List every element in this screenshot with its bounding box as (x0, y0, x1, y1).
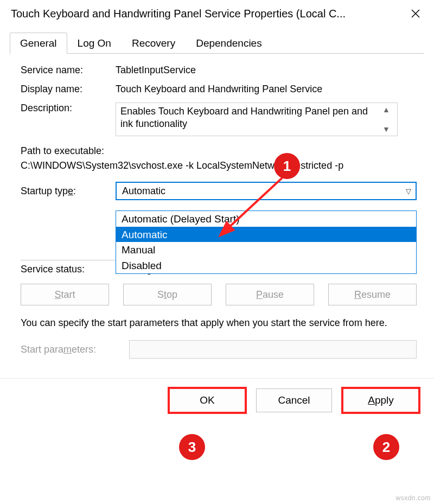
pause-button[interactable]: Pause (226, 284, 314, 305)
tab-general[interactable]: General (10, 33, 67, 54)
startup-type-selected: Automatic (122, 186, 165, 197)
general-panel: Service name: TabletInputService Display… (0, 54, 434, 364)
start-parameters-input[interactable] (129, 340, 417, 359)
annotation-badge-2: 2 (373, 434, 399, 460)
service-properties-dialog: Touch Keyboard and Handwriting Panel Ser… (0, 0, 434, 418)
scroll-down-icon[interactable]: ▼ (382, 125, 390, 133)
path-value: C:\WINDOWS\System32\svchost.exe -k Local… (21, 158, 417, 173)
start-parameters-label: Start parameters: (21, 344, 129, 355)
tab-log-on[interactable]: Log On (67, 33, 122, 54)
startup-option-manual[interactable]: Manual (116, 242, 416, 258)
cancel-button[interactable]: Cancel (256, 388, 332, 412)
display-name-value: Touch Keyboard and Handwriting Panel Ser… (116, 84, 417, 95)
startup-type-dropdown[interactable]: Automatic (Delayed Start) Automatic Manu… (116, 210, 417, 274)
path-label: Path to executable: (21, 144, 417, 158)
watermark: wsxdn.com (395, 494, 431, 502)
startup-option-delayed[interactable]: Automatic (Delayed Start) (116, 211, 416, 227)
startup-type-label: Startup type: (21, 186, 116, 197)
startup-type-combo[interactable]: Automatic ▽ (116, 182, 417, 200)
start-button[interactable]: Start (21, 284, 109, 305)
description-label: Description: (21, 103, 116, 136)
apply-button[interactable]: Apply (343, 388, 419, 412)
description-text: Enables Touch Keyboard and Handwriting P… (120, 105, 380, 133)
service-status-label: Service status: (21, 264, 116, 275)
annotation-badge-3: 3 (179, 434, 205, 460)
titlebar: Touch Keyboard and Handwriting Panel Ser… (0, 0, 434, 24)
ok-button[interactable]: OK (169, 388, 245, 412)
description-scrollbar[interactable]: ▲ ▼ (380, 105, 393, 133)
tab-recovery[interactable]: Recovery (122, 33, 186, 54)
resume-button[interactable]: Resume (328, 284, 417, 305)
description-box: Enables Touch Keyboard and Handwriting P… (116, 103, 398, 136)
service-name-label: Service name: (21, 65, 116, 76)
scroll-up-icon[interactable]: ▲ (382, 105, 390, 114)
chevron-down-icon: ▽ (406, 187, 411, 195)
close-icon[interactable] (405, 5, 426, 22)
display-name-label: Display name: (21, 84, 116, 95)
annotation-badge-1: 1 (274, 153, 300, 179)
stop-button[interactable]: Stop (123, 284, 212, 305)
dialog-footer: OK Cancel Apply (0, 378, 434, 418)
help-text: You can specify the start parameters tha… (21, 316, 417, 329)
startup-option-disabled[interactable]: Disabled (116, 258, 416, 273)
tab-dependencies[interactable]: Dependencies (186, 33, 272, 54)
startup-option-automatic[interactable]: Automatic (116, 227, 416, 243)
service-name-value: TabletInputService (116, 65, 417, 76)
tabstrip: General Log On Recovery Dependencies (10, 32, 424, 54)
window-title: Touch Keyboard and Handwriting Panel Ser… (11, 8, 346, 20)
